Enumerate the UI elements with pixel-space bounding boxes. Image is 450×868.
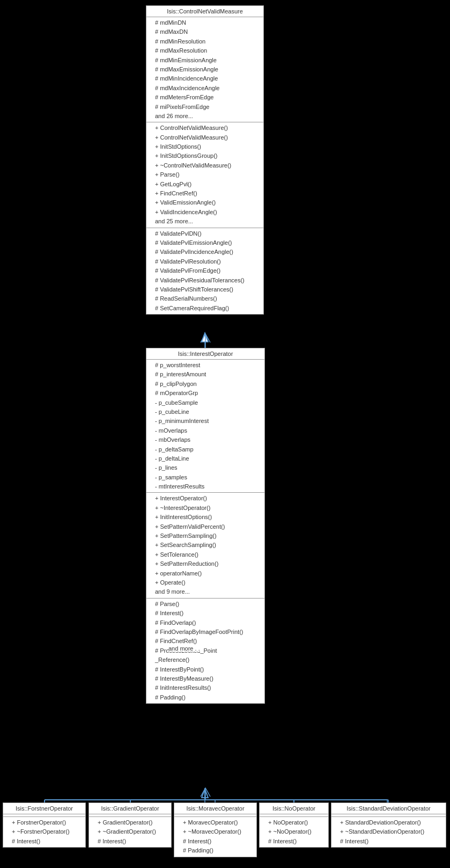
class-name-forstner: Isis::ForstnerOperator bbox=[3, 803, 85, 814]
class-name-gradient: Isis::GradientOperator bbox=[89, 803, 171, 814]
class-name-std-deviation: Isis::StandardDeviationOperator bbox=[331, 803, 446, 814]
methods-section-moravec: + MoravecOperator() + ~MoravecOperator()… bbox=[174, 817, 256, 857]
diagram-container: Isis::ControlNetValidMeasure # mdMinDN #… bbox=[0, 0, 450, 868]
methods-section-no-op: + NoOperator() + ~NoOperator() # Interes… bbox=[260, 817, 328, 847]
and-more-label: and more . . bbox=[168, 645, 200, 652]
class-name-control-net: Isis::ControlNetValidMeasure bbox=[146, 6, 263, 17]
class-name-moravec: Isis::MoravecOperator bbox=[174, 803, 256, 814]
svg-marker-19 bbox=[202, 333, 208, 342]
svg-marker-5 bbox=[202, 789, 208, 798]
svg-marker-1 bbox=[202, 333, 208, 341]
class-std-deviation-operator: Isis::StandardDeviationOperator + Standa… bbox=[331, 803, 446, 848]
methods-section-interest: + InterestOperator() + ~InterestOperator… bbox=[146, 493, 264, 598]
private-methods-section-interest: # Parse() # Interest() # FindOverlap() #… bbox=[146, 599, 264, 703]
class-name-no-operator: Isis::NoOperator bbox=[260, 803, 328, 814]
class-control-net-valid-measure: Isis::ControlNetValidMeasure # mdMinDN #… bbox=[146, 5, 264, 315]
svg-marker-10 bbox=[202, 789, 208, 798]
methods-section-gradient: + GradientOperator() + ~GradientOperator… bbox=[89, 817, 171, 847]
class-no-operator: Isis::NoOperator + NoOperator() + ~NoOpe… bbox=[259, 803, 329, 848]
class-name-interest-operator: Isis::InterestOperator bbox=[146, 348, 264, 360]
private-methods-section-control-net: # ValidatePvlDN() # ValidatePvlEmissionA… bbox=[146, 228, 263, 315]
class-moravec-operator: Isis::MoravecOperator + MoravecOperator(… bbox=[174, 803, 257, 857]
class-forstner-operator: Isis::ForstnerOperator + ForstnerOperato… bbox=[3, 803, 86, 848]
methods-section-std-dev: + StandardDeviationOperator() + ~Standar… bbox=[331, 817, 446, 847]
class-interest-operator: Isis::InterestOperator # p_worstInterest… bbox=[146, 348, 265, 704]
methods-section-control-net: + ControlNetValidMeasure() + ControlNetV… bbox=[146, 122, 263, 228]
fields-section-interest: # p_worstInterest # p_interestAmount # p… bbox=[146, 360, 264, 493]
fields-section-control-net: # mdMinDN # mdMaxDN # mdMinResolution # … bbox=[146, 17, 263, 122]
methods-section-forstner: + ForstnerOperator() + ~ForstnerOperator… bbox=[3, 817, 85, 847]
class-gradient-operator: Isis::GradientOperator + GradientOperato… bbox=[88, 803, 172, 848]
